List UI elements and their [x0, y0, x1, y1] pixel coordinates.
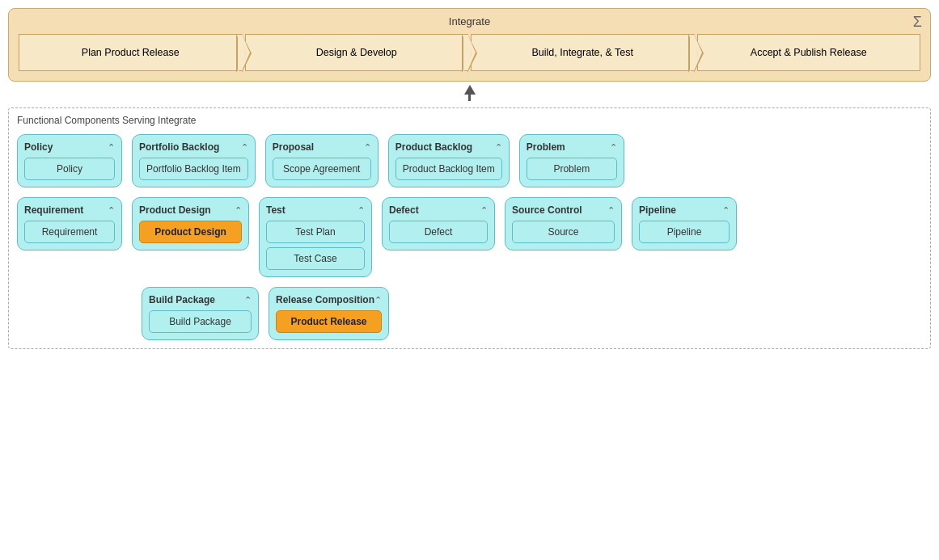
phase-4-notch-left-fill [690, 34, 698, 73]
card-pipeline-title: Pipeline [639, 204, 676, 216]
card-portfolio-backlog: Portfolio Backlog ⌃ Portfolio Backlog It… [132, 134, 256, 187]
card-product-backlog-title: Product Backlog [395, 141, 472, 153]
card-test-collapse[interactable]: ⌃ [357, 205, 365, 216]
card-defect-title: Defect [389, 204, 419, 216]
item-portfolio-backlog: Portfolio Backlog Item [139, 158, 248, 180]
card-policy-title: Policy [24, 141, 53, 153]
card-requirement-title: Requirement [24, 204, 83, 216]
card-test-header: Test ⌃ [266, 204, 365, 216]
item-product-release: Product Release [276, 310, 382, 333]
card-pipeline-collapse[interactable]: ⌃ [722, 205, 730, 216]
card-source-control-title: Source Control [512, 204, 582, 216]
item-test-plan: Test Plan [266, 221, 365, 243]
card-product-backlog-header: Product Backlog ⌃ [395, 141, 502, 153]
components-grid: Policy ⌃ Policy Portfolio Backlog ⌃ Port… [17, 134, 922, 340]
card-product-design: Product Design ⌃ Product Design [132, 197, 249, 251]
card-defect-header: Defect ⌃ [389, 204, 488, 216]
phase-1[interactable]: Plan Product Release [19, 34, 243, 71]
card-release-composition-header: Release Composition ⌃ [276, 294, 382, 305]
card-source-control-collapse[interactable]: ⌃ [607, 205, 615, 216]
card-requirement: Requirement ⌃ Requirement [17, 197, 122, 251]
sigma-icon: Σ [913, 14, 922, 31]
phase-2-label: Design & Develop [316, 47, 397, 58]
phase-4[interactable]: Accept & Publish Release [697, 34, 921, 71]
component-row-2: Requirement ⌃ Requirement Product Design… [17, 197, 922, 277]
phase-2-notch-left-fill [238, 34, 246, 73]
card-build-package-title: Build Package [149, 294, 215, 305]
card-portfolio-backlog-title: Portfolio Backlog [139, 141, 219, 153]
card-defect: Defect ⌃ Defect [382, 197, 495, 251]
card-policy: Policy ⌃ Policy [17, 134, 122, 187]
card-product-design-header: Product Design ⌃ [139, 204, 242, 216]
card-product-design-collapse[interactable]: ⌃ [235, 205, 242, 216]
card-problem-collapse[interactable]: ⌃ [610, 142, 617, 153]
phase-2[interactable]: Design & Develop [245, 34, 469, 71]
card-test: Test ⌃ Test Plan Test Case [259, 197, 372, 277]
phase-4-label: Accept & Publish Release [751, 47, 867, 58]
item-scope-agreement: Scope Agreement [273, 158, 371, 180]
item-product-backlog-item: Product Backlog Item [395, 158, 502, 180]
card-problem: Problem ⌃ Problem [519, 134, 624, 187]
integrate-banner: Integrate Σ Plan Product Release Design … [8, 8, 931, 82]
item-pipeline: Pipeline [639, 221, 730, 243]
card-build-package-collapse[interactable]: ⌃ [244, 295, 252, 305]
arrow-up-stem [468, 95, 471, 101]
card-problem-header: Problem ⌃ [527, 141, 617, 153]
card-build-package-header: Build Package ⌃ [149, 294, 252, 305]
component-row-1: Policy ⌃ Policy Portfolio Backlog ⌃ Port… [17, 134, 922, 187]
phase-3-notch-left-fill [463, 34, 472, 73]
card-build-package: Build Package ⌃ Build Package [142, 287, 259, 340]
chevron-bar: Plan Product Release Design & Develop Bu… [19, 34, 920, 71]
item-test-case: Test Case [266, 247, 365, 270]
card-pipeline-header: Pipeline ⌃ [639, 204, 730, 216]
functional-area: Functional Components Serving Integrate … [8, 107, 931, 349]
item-policy: Policy [24, 158, 115, 180]
card-release-composition-title: Release Composition [276, 294, 374, 305]
item-product-design: Product Design [139, 221, 242, 243]
card-defect-collapse[interactable]: ⌃ [480, 205, 488, 216]
functional-title: Functional Components Serving Integrate [17, 115, 922, 126]
card-policy-collapse[interactable]: ⌃ [108, 142, 115, 153]
arrow-up-container [8, 85, 931, 101]
card-product-backlog: Product Backlog ⌃ Product Backlog Item [388, 134, 510, 187]
card-product-design-title: Product Design [139, 204, 211, 216]
item-requirement: Requirement [24, 221, 115, 243]
card-proposal-header: Proposal ⌃ [273, 141, 371, 153]
card-requirement-header: Requirement ⌃ [24, 204, 115, 216]
card-proposal: Proposal ⌃ Scope Agreement [265, 134, 379, 187]
component-row-3: Build Package ⌃ Build Package Release Co… [17, 287, 922, 340]
card-test-title: Test [266, 204, 286, 216]
phase-3-label: Build, Integrate, & Test [531, 47, 633, 58]
main-container: Integrate Σ Plan Product Release Design … [0, 0, 939, 560]
item-build-package: Build Package [149, 310, 252, 333]
card-source-control: Source Control ⌃ Source [505, 197, 622, 251]
card-release-composition-collapse[interactable]: ⌃ [374, 295, 382, 305]
card-portfolio-backlog-collapse[interactable]: ⌃ [241, 142, 248, 153]
card-requirement-collapse[interactable]: ⌃ [108, 205, 115, 216]
card-portfolio-backlog-header: Portfolio Backlog ⌃ [139, 141, 248, 153]
card-policy-header: Policy ⌃ [24, 141, 115, 153]
item-problem: Problem [527, 158, 617, 180]
card-pipeline: Pipeline ⌃ Pipeline [632, 197, 737, 251]
card-source-control-header: Source Control ⌃ [512, 204, 615, 216]
card-release-composition: Release Composition ⌃ Product Release [269, 287, 389, 340]
integrate-title: Integrate [19, 15, 920, 27]
phase-1-label: Plan Product Release [82, 47, 180, 58]
arrow-up-head [464, 85, 476, 95]
card-problem-title: Problem [527, 141, 565, 153]
card-product-backlog-collapse[interactable]: ⌃ [495, 142, 502, 153]
item-source: Source [512, 221, 615, 243]
phase-3[interactable]: Build, Integrate, & Test [471, 34, 695, 71]
card-proposal-collapse[interactable]: ⌃ [364, 142, 371, 153]
item-defect: Defect [389, 221, 488, 243]
card-proposal-title: Proposal [273, 141, 314, 153]
